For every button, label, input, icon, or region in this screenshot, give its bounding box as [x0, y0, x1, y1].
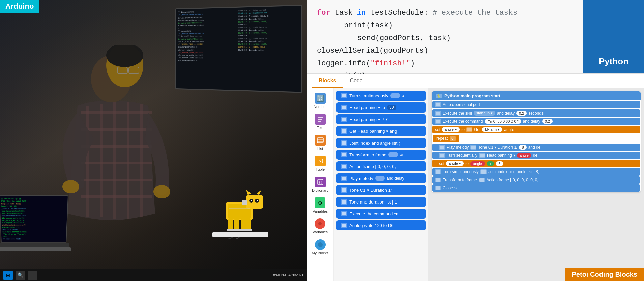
block-turn-simultaneously[interactable]: Turn simultaneously a [336, 91, 426, 101]
svg-rect-53 [436, 103, 440, 106]
svg-rect-44 [342, 129, 346, 133]
ws-row-play-melody[interactable]: Play melody Tone C1 ▾ Duration 1/ 8 and … [432, 144, 640, 151]
block-play-melody[interactable]: Play melody and delay [336, 173, 426, 183]
ws-pill-lf: LF arm ▾ [482, 127, 502, 132]
ws-row-close[interactable]: Close se [432, 184, 640, 192]
svg-rect-17 [228, 219, 233, 230]
robot-ws-icon-5 [439, 145, 445, 150]
robot-ws-icon-3 [435, 119, 441, 124]
block-label-head-panning: Head panning ▾ [349, 117, 380, 122]
sidebar-item-list[interactable]: List [313, 133, 327, 152]
ws-row-turn-sim[interactable]: Turn simultaneously Joint index and angl… [432, 168, 640, 176]
svg-rect-52 [342, 224, 346, 227]
ws-row-transform[interactable]: Transform to frame Action frame [ 0, 0, … [432, 176, 640, 184]
robot-icon-3 [341, 117, 347, 122]
list-label: List [317, 147, 323, 151]
block-joint-index[interactable]: Joint index and angle list ( [336, 138, 426, 148]
block-execute-command[interactable]: Execute the command *m [336, 209, 426, 219]
svg-rect-25 [212, 232, 268, 237]
ws-row-execute-skill[interactable]: Execute the skill standup ▾ and delay 0.… [432, 109, 640, 117]
ws-pill-angle2: angle ▾ [446, 161, 464, 166]
ws-text-execute-skill: Execute the skill [443, 111, 472, 116]
number-label: Number [314, 105, 327, 109]
set-icon: ⚙️ [315, 197, 325, 208]
blocks-sidebar: 🔢 Number Text List [307, 88, 334, 281]
svg-rect-62 [481, 170, 486, 174]
ws-pill-angle: angle ▾ [442, 127, 460, 132]
ws-row-set-angle[interactable]: set angle ▾ to Get LF arm ▾ angle [432, 126, 640, 133]
tuple-icon [315, 156, 326, 166]
block-analog-write[interactable]: Analog write 120 to D6 [336, 220, 426, 230]
ws-pill-angle-red: angle [517, 153, 531, 158]
python-icon: 🐍 [436, 94, 442, 98]
block-head-panning-plus[interactable]: Head panning ▾ + ▾ [336, 114, 426, 124]
svg-marker-16 [257, 190, 261, 195]
blocks-tabs: Blocks Code [307, 74, 644, 88]
python-code-area: for task in testSchedule: # execute the … [307, 0, 583, 73]
toggle-3[interactable] [375, 176, 385, 181]
ws-row-execute-cmd[interactable]: Execute the command "*m0 -60 0 60 0 0 " … [432, 118, 640, 125]
block-action-frame[interactable]: Action frame [ 0, 0, 0, 0, [336, 161, 426, 171]
svg-rect-60 [480, 154, 485, 157]
ws-row-set-angle2[interactable]: set angle ▾ to angle + 5 [432, 160, 640, 167]
ws-row-turn-seq[interactable]: Turn sequentially Head panning ▾ angle d… [432, 152, 640, 159]
block-transform-to-frame[interactable]: Transform to frame an [336, 150, 426, 160]
svg-rect-26 [242, 200, 247, 205]
block-label-transform: Transform to frame [349, 152, 386, 157]
toggle-1[interactable] [390, 93, 400, 98]
python-label: Python [599, 56, 628, 67]
ws-text-transform: Transform to frame [443, 178, 477, 182]
robot-icon-7 [341, 164, 347, 169]
block-tone[interactable]: Tone C1 ▾ Duration 1/ [336, 185, 426, 195]
svg-rect-58 [471, 146, 476, 149]
left-photo-panel: // disconnecting if (deviceConnected && … [0, 0, 307, 281]
sidebar-item-myblocks[interactable]: My Blocks [310, 238, 330, 257]
ws-text-head-pan: Head panning ▾ [487, 153, 515, 158]
code-section: for task in testSchedule: # execute the … [307, 0, 644, 74]
petoi-footer: Petoi Coding Blocks [565, 268, 644, 281]
ws-pill-8: 8 [519, 145, 526, 150]
robot-ws-icon-9 [435, 186, 441, 190]
robot-dog [206, 185, 273, 241]
workspace-container: 🐍 Python main program start Auto open se… [432, 91, 641, 195]
block-label-tone-list: Tone and duration list [ 1 [349, 199, 397, 205]
laptop: // choice == 'y' ){ PTLF("Put the robot … [0, 186, 74, 253]
robot-ws-icon-1 [435, 102, 441, 107]
ws-text-turn-sim: Turn simultaneously [443, 169, 479, 174]
robot-ws-icon-8b [479, 178, 485, 182]
tuple-label: Tuple [316, 167, 325, 171]
sidebar-item-dictionary[interactable]: {} Dictionary [310, 175, 330, 194]
block-tone-duration-list[interactable]: Tone and duration list [ 1 [336, 197, 426, 207]
block-label-joint: Joint index and angle list ( [349, 140, 400, 146]
tab-code[interactable]: Code [343, 74, 369, 88]
ws-header-text: Python main program start [444, 93, 500, 98]
sidebar-item-tuple[interactable]: Tuple [313, 154, 327, 173]
sidebar-item-text[interactable]: Text [313, 112, 327, 131]
robot-icon-12 [341, 223, 347, 228]
block-get-head-panning[interactable]: Get Head panning ▾ ang [336, 126, 426, 136]
list-icon [315, 135, 326, 146]
robot-ws-icon-8 [435, 178, 441, 182]
robot-icon-2 [341, 105, 347, 110]
tab-blocks[interactable]: Blocks [312, 74, 343, 88]
block-head-panning-to[interactable]: Head panning ▾ to 30 [336, 102, 426, 113]
block-label-action: Action frame [ 0, 0, 0, 0, [349, 164, 396, 169]
svg-point-39 [318, 222, 322, 225]
ws-text-set: set [435, 127, 440, 132]
myblocks-icon [315, 239, 326, 250]
sidebar-item-variables[interactable]: Variables [311, 217, 329, 236]
sidebar-item-number[interactable]: 🔢 Number [312, 91, 328, 111]
ws-text-play-mel: Play melody [447, 145, 469, 150]
toggle-2[interactable] [388, 152, 398, 157]
svg-rect-49 [342, 188, 346, 192]
svg-rect-22 [233, 229, 240, 231]
ws-row-auto-serial[interactable]: Auto open serial port [432, 101, 640, 108]
robot-icon-5 [341, 140, 347, 146]
svg-rect-41 [342, 94, 346, 97]
ws-repeat-block[interactable]: repeat 6 [433, 135, 459, 142]
ws-pill-02b: 0.2 [542, 119, 553, 124]
sidebar-item-set[interactable]: ⚙️ Variables [311, 196, 329, 215]
svg-rect-31 [318, 121, 321, 122]
dictionary-icon: {} [315, 177, 326, 187]
keyword-for: for [317, 9, 330, 17]
